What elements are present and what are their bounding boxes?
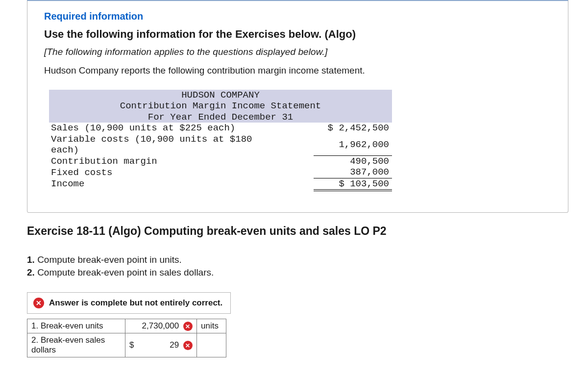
statement-company: HUDSON COMPANY — [49, 90, 392, 101]
required-information-card: Required information Use the following i… — [27, 0, 568, 213]
row2-value: 29 — [170, 340, 179, 350]
feedback-banner: ✕ Answer is complete but not entirely co… — [27, 292, 231, 314]
sales-label: Sales (10,900 units at $225 each) — [49, 123, 284, 133]
applies-note: [The following information applies to th… — [44, 47, 551, 57]
fixed-costs-label: Fixed costs — [49, 167, 284, 178]
q1-number: 1. — [27, 254, 35, 265]
row2-dollar: $ — [125, 333, 138, 357]
row1-units: units — [196, 319, 226, 333]
q2-text: Compute break-even point in sales dollar… — [35, 267, 214, 278]
q1-text: Compute break-even point in units. — [35, 254, 182, 265]
income-statement: HUDSON COMPANY Contribution Margin Incom… — [49, 90, 551, 190]
required-information-heading: Required information — [44, 11, 551, 22]
use-following-heading: Use the following information for the Ex… — [44, 28, 551, 41]
row2-label: 2. Break-even sales dollars — [27, 333, 125, 357]
variable-costs-label: Variable costs (10,900 units at $180 eac… — [49, 134, 284, 156]
row1-value-cell[interactable]: 2,730,000 ✕ — [125, 319, 197, 333]
row2-value-cell[interactable]: 29 ✕ — [138, 333, 196, 357]
incorrect-icon: ✕ — [183, 322, 193, 331]
row1-label: 1. Break-even units — [27, 319, 125, 333]
variable-costs-value: 1,962,000 — [314, 134, 392, 156]
q2-number: 2. — [27, 267, 35, 278]
exercise-questions: 1. Compute break-even point in units. 2.… — [27, 253, 568, 278]
intro-text: Hudson Company reports the following con… — [44, 65, 551, 76]
row1-value: 2,730,000 — [142, 321, 179, 330]
statement-period: For Year Ended December 31 — [49, 112, 392, 123]
incorrect-icon: ✕ — [33, 298, 44, 308]
table-row: 1. Break-even units 2,730,000 ✕ units — [27, 319, 226, 333]
income-statement-table: HUDSON COMPANY Contribution Margin Incom… — [49, 90, 392, 190]
answer-table: 1. Break-even units 2,730,000 ✕ units 2.… — [27, 319, 226, 357]
table-row: 2. Break-even sales dollars $ 29 ✕ — [27, 333, 226, 357]
row2-units-empty — [196, 333, 226, 357]
feedback-text: Answer is complete but not entirely corr… — [49, 298, 222, 308]
statement-title: Contribution Margin Income Statement — [49, 101, 392, 111]
exercise-section: Exercise 18-11 (Algo) Computing break-ev… — [0, 213, 588, 362]
sales-value: $ 2,452,500 — [314, 123, 392, 133]
income-label: Income — [49, 178, 284, 189]
income-value: $ 103,500 — [314, 178, 392, 189]
contribution-margin-label: Contribution margin — [49, 155, 284, 167]
contribution-margin-value: 490,500 — [314, 155, 392, 167]
exercise-title: Exercise 18-11 (Algo) Computing break-ev… — [27, 225, 568, 238]
incorrect-icon: ✕ — [183, 341, 193, 350]
fixed-costs-value: 387,000 — [314, 167, 392, 178]
